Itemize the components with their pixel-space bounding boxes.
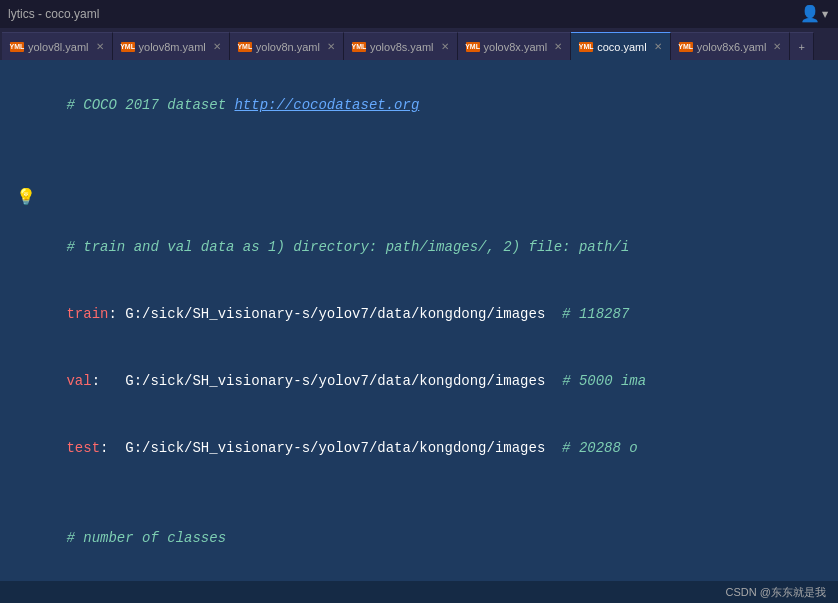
val-val: : G:/sick/SH_visionary-s/yolov7/data/kon… — [92, 373, 546, 389]
comment-coco: # COCO 2017 dataset — [66, 97, 234, 113]
code-editor[interactable]: # COCO 2017 dataset http://cocodataset.o… — [0, 60, 838, 581]
tab-label: yolov8s.yaml — [370, 41, 434, 53]
tab-yolov8s[interactable]: YML yolov8s.yaml ✕ — [344, 32, 458, 60]
status-bar: CSDN @东东就是我 — [0, 581, 838, 603]
comment-test-num: # 20288 o — [545, 440, 637, 456]
tab-file-icon: YML — [238, 42, 252, 52]
comment-val-num: # 5000 ima — [545, 373, 646, 389]
tab-label: yolov8m.yaml — [139, 41, 206, 53]
code-content: # COCO 2017 dataset http://cocodataset.o… — [0, 60, 838, 581]
bulb-icon: 💡 — [16, 186, 36, 212]
key-train: train — [66, 306, 108, 322]
tab-yolov8l[interactable]: YML yolov8l.yaml ✕ — [2, 32, 113, 60]
link-coco[interactable]: http://cocodataset.org — [234, 97, 419, 113]
window-title: lytics - coco.yaml — [8, 7, 99, 21]
code-line-3 — [16, 162, 822, 184]
key-val: val — [66, 373, 91, 389]
tab-close-icon[interactable]: ✕ — [327, 41, 335, 52]
tab-label: yolov8n.yaml — [256, 41, 320, 53]
tab-label: coco.yaml — [597, 41, 647, 53]
code-line-2 — [16, 139, 822, 161]
tab-close-icon[interactable]: ✕ — [773, 41, 781, 52]
code-line-nc: nc: 1 — [16, 572, 822, 581]
tab-file-icon: YML — [679, 42, 693, 52]
val-test: : G:/sick/SH_visionary-s/yolov7/data/kon… — [100, 440, 545, 456]
comment-nc: # number of classes — [66, 530, 226, 546]
tab-yolov8n[interactable]: YML yolov8n.yaml ✕ — [230, 32, 344, 60]
tab-close-icon[interactable]: ✕ — [213, 41, 221, 52]
tab-yolov8x6[interactable]: YML yolov8x6.yaml ✕ — [671, 32, 791, 60]
status-text: CSDN @东东就是我 — [726, 585, 826, 600]
tab-label: yolov8l.yaml — [28, 41, 89, 53]
code-line-train: train: G:/sick/SH_visionary-s/yolov7/dat… — [16, 281, 822, 348]
tab-bar: YML yolov8l.yaml ✕ YML yolov8m.yaml ✕ YM… — [0, 28, 838, 60]
comment-train-num: # 118287 — [545, 306, 629, 322]
tab-label: yolov8x6.yaml — [697, 41, 767, 53]
user-icon[interactable]: 👤▾ — [800, 4, 830, 24]
tab-close-icon[interactable]: ✕ — [441, 41, 449, 52]
tab-label: + — [798, 41, 804, 53]
val-train: : G:/sick/SH_visionary-s/yolov7/data/kon… — [108, 306, 545, 322]
tab-close-icon[interactable]: ✕ — [554, 41, 562, 52]
tab-close-icon[interactable]: ✕ — [96, 41, 104, 52]
tab-file-icon: YML — [579, 42, 593, 52]
code-line-1: # COCO 2017 dataset http://cocodataset.o… — [16, 72, 822, 139]
tab-label: yolov8x.yaml — [484, 41, 548, 53]
code-line-test: test: G:/sick/SH_visionary-s/yolov7/data… — [16, 415, 822, 482]
tab-close-icon[interactable]: ✕ — [654, 41, 662, 52]
tab-file-icon: YML — [352, 42, 366, 52]
title-bar-right: 👤▾ — [800, 4, 830, 24]
tab-file-icon: YML — [121, 42, 135, 52]
code-line-val: val: G:/sick/SH_visionary-s/yolov7/data/… — [16, 348, 822, 415]
tab-yolov8x[interactable]: YML yolov8x.yaml ✕ — [458, 32, 572, 60]
tab-new[interactable]: + — [790, 32, 813, 60]
key-test: test — [66, 440, 100, 456]
tab-file-icon: YML — [10, 42, 24, 52]
title-bar: lytics - coco.yaml 👤▾ — [0, 0, 838, 28]
code-line-nc-comment: # number of classes — [16, 505, 822, 572]
comment-train-val: # train and val data as 1) directory: pa… — [66, 239, 629, 255]
code-line-4: # train and val data as 1) directory: pa… — [16, 214, 822, 281]
tab-coco[interactable]: YML coco.yaml ✕ — [571, 32, 671, 60]
code-line-8 — [16, 482, 822, 504]
tab-file-icon: YML — [466, 42, 480, 52]
tab-yolov8m[interactable]: YML yolov8m.yaml ✕ — [113, 32, 230, 60]
bulb-line: 💡 — [16, 184, 822, 214]
